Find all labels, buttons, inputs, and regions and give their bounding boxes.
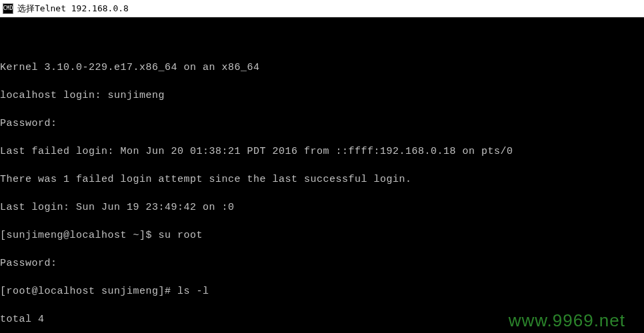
terminal-line: Password: (0, 256, 644, 270)
window-title: 选择Telnet 192.168.0.8 (17, 3, 129, 15)
terminal-line: Kernel 3.10.0-229.e17.x86_64 on an x86_6… (0, 61, 644, 75)
terminal-line: Last login: Sun Jun 19 23:49:42 on :0 (0, 200, 644, 214)
terminal-line: There was 1 failed login attempt since t… (0, 172, 644, 186)
terminal-line (0, 33, 644, 47)
title-bar: CMD 选择Telnet 192.168.0.8 (0, 0, 644, 17)
terminal-line: [sunjimeng@localhost ~]$ su root (0, 228, 644, 242)
terminal-line: [root@localhost sunjimeng]# ls -l (0, 284, 644, 298)
watermark: www.9969.net (509, 314, 625, 328)
terminal-line: Password: (0, 117, 644, 131)
terminal-line: Last failed login: Mon Jun 20 01:38:21 P… (0, 145, 644, 159)
terminal-line: localhost login: sunjimeng (0, 89, 644, 103)
terminal-icon: CMD (3, 3, 13, 14)
terminal-area[interactable]: Kernel 3.10.0-229.e17.x86_64 on an x86_6… (0, 17, 644, 333)
